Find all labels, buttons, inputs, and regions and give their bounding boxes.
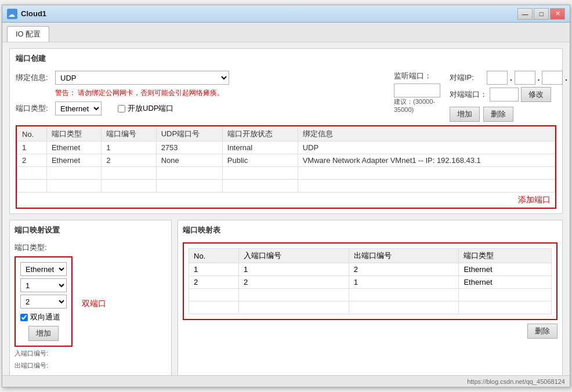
table-row-empty-2 bbox=[17, 180, 555, 193]
add-port-button[interactable]: 增加 bbox=[450, 107, 480, 122]
remote-ip-row: 对端IP: 0 . 0 . 0 . 0 bbox=[450, 71, 570, 85]
listen-remote-panel: 监听端口： 30000 建议：(30000-35000) 对端IP: 0 . bbox=[394, 71, 556, 122]
mth-type: 端口类型 bbox=[459, 249, 552, 263]
port-type-label: 端口类型: bbox=[16, 103, 50, 114]
left-form: 绑定信息: UDP TCP None 警告： 请勿绑定公网网卡，否则可能会引起网… bbox=[16, 71, 385, 119]
status-bar: https://blog.csdn.net/qq_45068124 bbox=[2, 375, 570, 387]
port-creation-title: 端口创建 bbox=[16, 53, 556, 66]
port-table-container: No. 端口类型 端口编号 UDP端口号 端口开放状态 绑定信息 1 Ether… bbox=[16, 125, 556, 209]
th-openstatus: 端口开放状态 bbox=[222, 127, 298, 141]
table-row[interactable]: 1 Ethernet 1 2753 Internal UDP bbox=[17, 141, 555, 154]
statusbar-text: https://blog.csdn.net/qq_45068124 bbox=[467, 378, 565, 385]
add-port-label: 添加端口 bbox=[17, 193, 555, 208]
modify-button[interactable]: 修改 bbox=[521, 87, 551, 102]
right-form: 监听端口： 30000 建议：(30000-35000) 对端IP: 0 . bbox=[394, 71, 556, 122]
ip-field-2[interactable]: 0 bbox=[542, 71, 563, 85]
th-bindinfo: 绑定信息 bbox=[298, 127, 555, 141]
listen-port-label: 监听端口： bbox=[394, 71, 440, 81]
list-item[interactable]: 2 2 1 Ethernet bbox=[189, 276, 552, 289]
mapping-add-button[interactable]: 增加 bbox=[28, 326, 59, 341]
warning-label: 警告： 请勿绑定公网网卡，否则可能会引起网络瘫痪。 bbox=[55, 88, 224, 98]
main-window: ☁ Cloud1 — □ ✕ IO 配置 端口创建 绑定信息: bbox=[2, 5, 570, 387]
bind-label: 绑定信息: bbox=[16, 72, 50, 83]
window-title: Cloud1 bbox=[21, 9, 46, 18]
mapping-in-port-select[interactable]: 1 2 3 bbox=[20, 278, 67, 292]
mth-no: No. bbox=[189, 249, 239, 263]
mapping-form-fields: Ethernet Serial 1 2 3 bbox=[15, 256, 73, 347]
ip-field-0[interactable]: 0 bbox=[487, 71, 508, 85]
port-creation-section: 端口创建 绑定信息: UDP TCP None bbox=[9, 48, 563, 214]
port-type-row: 端口类型: Ethernet Serial 开放UDP端口 bbox=[16, 101, 385, 115]
list-item-empty-1 bbox=[189, 289, 552, 302]
mapping-port-type-label: 端口类型: bbox=[15, 242, 49, 253]
remote-ip-label: 对端IP: bbox=[450, 72, 484, 83]
header-row: 绑定信息: UDP TCP None 警告： 请勿绑定公网网卡，否则可能会引起网… bbox=[16, 71, 556, 122]
title-bar: ☁ Cloud1 — □ ✕ bbox=[2, 5, 570, 23]
th-portno: 端口编号 bbox=[102, 127, 156, 141]
port-mapping-settings: 端口映射设置 端口类型: Ethernet Serial bbox=[9, 220, 172, 375]
remote-port-input[interactable]: 0 bbox=[490, 88, 519, 101]
mapping-content: Ethernet Serial 1 2 3 bbox=[15, 256, 166, 347]
mapping-port-type-row: 端口类型: bbox=[15, 242, 166, 253]
port-suggestion: 建议：(30000-35000) bbox=[394, 97, 440, 113]
mapping-table-wrapper: No. 入端口编号 出端口编号 端口类型 1 1 2 bbox=[183, 242, 557, 320]
mapping-table-body: 1 1 2 Ethernet 2 2 1 Ethernet bbox=[189, 263, 552, 314]
list-item-empty-2 bbox=[189, 302, 552, 314]
port-table-body: 1 Ethernet 1 2753 Internal UDP 2 Etherne… bbox=[17, 141, 555, 193]
delete-port-button[interactable]: 删除 bbox=[483, 107, 513, 122]
open-udp-checkbox[interactable] bbox=[118, 105, 125, 112]
mapping-out-port-select[interactable]: 2 1 3 bbox=[20, 295, 67, 308]
listen-port-input[interactable]: 30000 bbox=[394, 84, 440, 97]
open-udp-label: 开放UDP端口 bbox=[118, 103, 173, 114]
warning-row: 警告： 请勿绑定公网网卡，否则可能会引起网络瘫痪。 bbox=[16, 88, 385, 98]
svg-text:☁: ☁ bbox=[8, 10, 15, 19]
mapping-bottom-buttons: 删除 bbox=[183, 324, 557, 339]
bottom-section: 端口映射设置 端口类型: Ethernet Serial bbox=[9, 220, 563, 375]
cloud-icon: ☁ bbox=[7, 9, 17, 19]
add-del-buttons: 增加 删除 bbox=[450, 107, 570, 122]
th-no: No. bbox=[17, 127, 47, 141]
ip-field-1[interactable]: 0 bbox=[515, 71, 535, 85]
table-row-empty-1 bbox=[17, 167, 555, 180]
mapping-form: Ethernet Serial 1 2 3 bbox=[15, 256, 73, 347]
close-button[interactable]: ✕ bbox=[550, 8, 565, 20]
in-port-hint: 入端口编号: bbox=[15, 349, 48, 358]
mth-outport: 出端口编号 bbox=[349, 249, 459, 263]
port-mapping-right: 端口映射表 No. 入端口编号 出端口编号 端口类型 bbox=[178, 220, 563, 375]
th-udpport: UDP端口号 bbox=[156, 127, 222, 141]
double-port-label: 双端口 bbox=[82, 299, 106, 309]
title-bar-buttons: — □ ✕ bbox=[517, 8, 565, 20]
tab-io-config[interactable]: IO 配置 bbox=[7, 26, 49, 42]
mapping-table: No. 入端口编号 出端口编号 端口类型 1 1 2 bbox=[189, 248, 552, 314]
mapping-section-title: 端口映射设置 bbox=[15, 225, 166, 238]
remote-port-label: 对端端口： bbox=[450, 89, 487, 100]
mapping-table-title: 端口映射表 bbox=[183, 225, 557, 238]
bind-select[interactable]: UDP TCP None bbox=[55, 71, 229, 85]
port-type-select[interactable]: Ethernet Serial bbox=[55, 101, 102, 115]
mapping-type-select[interactable]: Ethernet Serial bbox=[20, 262, 67, 276]
title-bar-left: ☁ Cloud1 bbox=[7, 9, 46, 19]
port-table: No. 端口类型 端口编号 UDP端口号 端口开放状态 绑定信息 1 Ether… bbox=[17, 126, 555, 193]
list-item[interactable]: 1 1 2 Ethernet bbox=[189, 263, 552, 276]
bind-info-row: 绑定信息: UDP TCP None bbox=[16, 71, 385, 85]
bidirectional-row: 双向通道 bbox=[20, 312, 67, 322]
mth-inport: 入端口编号 bbox=[239, 249, 349, 263]
listen-group: 监听端口： 30000 建议：(30000-35000) bbox=[394, 71, 440, 122]
bidirectional-label: 双向通道 bbox=[30, 312, 60, 322]
bidirectional-checkbox[interactable] bbox=[20, 314, 28, 321]
out-port-hint: 出端口编号: bbox=[15, 361, 48, 370]
port-table-header: No. 端口类型 端口编号 UDP端口号 端口开放状态 绑定信息 bbox=[17, 127, 555, 141]
tab-bar: IO 配置 bbox=[2, 23, 570, 42]
mapping-table-header: No. 入端口编号 出端口编号 端口类型 bbox=[189, 249, 552, 263]
remote-group: 对端IP: 0 . 0 . 0 . 0 对端端口： bbox=[450, 71, 570, 122]
mapping-table-section: 端口映射表 No. 入端口编号 出端口编号 端口类型 bbox=[178, 220, 563, 375]
table-row[interactable]: 2 Ethernet 2 None Public VMware Network … bbox=[17, 154, 555, 167]
mapping-delete-button[interactable]: 删除 bbox=[527, 324, 557, 339]
main-content: 端口创建 绑定信息: UDP TCP None bbox=[2, 42, 570, 375]
th-type: 端口类型 bbox=[46, 127, 101, 141]
remote-port-row: 对端端口： 0 修改 bbox=[450, 87, 570, 102]
minimize-button[interactable]: — bbox=[517, 8, 533, 20]
maximize-button[interactable]: □ bbox=[534, 8, 549, 20]
mapping-settings-section: 端口映射设置 端口类型: Ethernet Serial bbox=[9, 220, 172, 375]
